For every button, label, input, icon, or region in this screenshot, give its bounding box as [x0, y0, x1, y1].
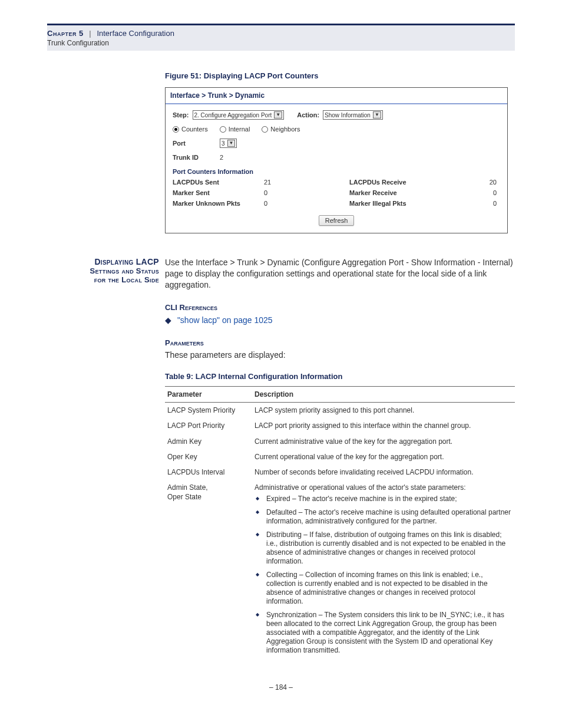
table-row: Admin Key Current administrative value o…	[165, 434, 515, 449]
param-name: LACP System Priority	[165, 403, 252, 419]
bullet-diamond-icon: ◆	[165, 315, 171, 325]
trunk-id-label: Trunk ID	[173, 154, 202, 161]
trunk-id-value: 2	[220, 154, 223, 161]
th-description: Description	[252, 387, 515, 403]
counter-label: LACPDUs Receive	[296, 179, 468, 186]
port-select[interactable]: 3 ▼	[220, 139, 237, 148]
radio-internal-label: Internal	[229, 126, 250, 133]
radio-icon	[220, 126, 226, 133]
page-header: Chapter 5 | Interface Configuration Trun…	[47, 24, 515, 51]
counter-label: Marker Sent	[173, 189, 264, 196]
step-value: 2. Configure Aggregation Port	[194, 112, 272, 118]
action-label: Action:	[297, 111, 319, 118]
action-value: Show Information	[325, 112, 371, 118]
list-item: Collecting – Collection of incoming fram…	[254, 571, 513, 606]
port-label: Port	[173, 140, 202, 147]
parameters-heading: Parameters	[165, 338, 515, 348]
step-select[interactable]: 2. Configure Aggregation Port ▼	[193, 110, 285, 120]
breadcrumb: Interface > Trunk > Dynamic	[166, 88, 507, 104]
counter-value: 0	[468, 200, 500, 207]
param-name: LACP Port Priority	[165, 418, 252, 433]
parameters-table: Parameter Description LACP System Priori…	[165, 386, 515, 663]
state-intro: Administrative or operational values of …	[254, 483, 513, 492]
list-item: Expired – The actor's receive machine is…	[254, 495, 513, 503]
chapter-subtitle: Trunk Configuration	[47, 39, 515, 47]
counter-value: 0	[264, 200, 296, 207]
param-desc: LACP port priority assigned to this inte…	[252, 418, 515, 433]
chapter-title: Interface Configuration	[97, 29, 174, 38]
refresh-button[interactable]: Refresh	[319, 215, 355, 226]
param-desc: Number of seconds before invalidating re…	[252, 465, 515, 480]
figure-screenshot: Interface > Trunk > Dynamic Step: 2. Con…	[165, 87, 508, 233]
counter-value: 20	[468, 179, 500, 186]
th-parameter: Parameter	[165, 387, 252, 403]
cli-references-heading: CLI References	[165, 302, 515, 313]
state-list: Expired – The actor's receive machine is…	[254, 495, 513, 655]
section-side-heading: Displaying LACP Settings and Status for …	[47, 257, 159, 663]
param-desc: Administrative or operational values of …	[252, 480, 515, 663]
radio-icon	[173, 126, 179, 133]
list-item: Distributing – If false, distribution of…	[254, 531, 513, 566]
param-desc: Current operational value of the key for…	[252, 449, 515, 465]
param-desc: LACP system priority assigned to this po…	[252, 403, 515, 419]
table-row: Oper Key Current operational value of th…	[165, 449, 515, 465]
counter-label: Marker Receive	[296, 189, 468, 196]
counter-value: 21	[264, 179, 296, 186]
table-row: LACP System Priority LACP system priorit…	[165, 403, 515, 419]
side-heading-line2: Settings and Status	[90, 266, 159, 275]
separator: |	[89, 29, 91, 38]
radio-counters[interactable]: Counters	[173, 126, 208, 133]
table-row: LACP Port Priority LACP port priority as…	[165, 418, 515, 433]
chevron-down-icon: ▼	[373, 111, 381, 118]
radio-neighbors[interactable]: Neighbors	[262, 126, 300, 133]
counter-label: LACPDUs Sent	[173, 179, 264, 186]
radio-internal[interactable]: Internal	[220, 126, 250, 133]
side-heading-line1: Displaying LACP	[94, 257, 159, 266]
parameters-intro: These parameters are displayed:	[165, 350, 515, 361]
intro-paragraph: Use the Interface > Trunk > Dynamic (Con…	[165, 257, 515, 291]
section-body: Use the Interface > Trunk > Dynamic (Con…	[165, 257, 515, 663]
chapter-label: Chapter 5	[47, 29, 84, 38]
counter-label: Marker Unknown Pkts	[173, 200, 264, 207]
action-select[interactable]: Show Information ▼	[323, 110, 383, 120]
port-value: 3	[222, 140, 225, 147]
param-name: Admin Key	[165, 434, 252, 449]
figure-caption: Figure 51: Displaying LACP Port Counters	[165, 71, 515, 80]
table-row: LACPDUs Interval Number of seconds befor…	[165, 465, 515, 480]
radio-neighbors-label: Neighbors	[270, 126, 300, 133]
counter-value: 0	[468, 189, 500, 196]
page-number: – 184 –	[47, 683, 515, 691]
list-item: Synchronization – The System considers t…	[254, 611, 513, 655]
list-item: Defaulted – The actor's receive machine …	[254, 508, 513, 526]
counter-value: 0	[264, 189, 296, 196]
param-name: Oper Key	[165, 449, 252, 465]
step-label: Step:	[173, 111, 189, 118]
counters-grid: LACPDUs Sent 21 LACPDUs Receive 20 Marke…	[173, 179, 500, 207]
chevron-down-icon: ▼	[227, 140, 236, 147]
param-name: LACPDUs Interval	[165, 465, 252, 480]
cli-reference-link[interactable]: "show lacp" on page 1025	[177, 315, 273, 325]
counter-label: Marker Illegal Pkts	[296, 200, 468, 207]
chevron-down-icon: ▼	[274, 111, 282, 118]
table-caption: Table 9: LACP Internal Configuration Inf…	[165, 371, 515, 382]
side-heading-line3: for the Local Side	[94, 275, 159, 284]
counters-section-heading: Port Counters Information	[173, 168, 500, 175]
table-row: Admin State, Oper State Administrative o…	[165, 480, 515, 663]
param-name: Admin State, Oper State	[165, 480, 252, 663]
radio-icon	[262, 126, 268, 133]
param-desc: Current administrative value of the key …	[252, 434, 515, 449]
radio-counters-label: Counters	[181, 126, 208, 133]
